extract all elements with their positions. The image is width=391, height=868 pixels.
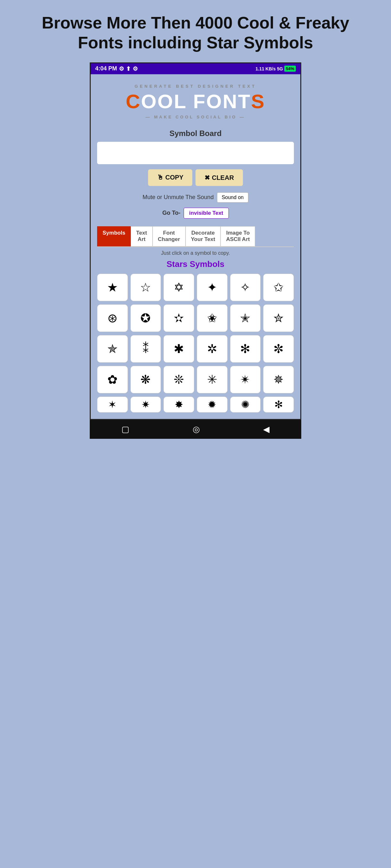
symbol-grid-row4: ✿ ❋ ❊ ✳ ✴ ✵ (97, 366, 294, 393)
network-speed: 1.11 KB/s (255, 66, 276, 71)
tab-text-art[interactable]: TextArt (131, 226, 152, 246)
symbol-cell[interactable]: ⊛ (97, 304, 128, 332)
symbol-grid-row5-partial: ✶ ✷ ✸ ✹ ✺ ✻ (97, 397, 294, 412)
copy-button[interactable]: 🖱 COPY (148, 169, 192, 186)
mute-row: Mute or Unmute The Sound Sound on (97, 192, 294, 203)
invisible-text-button[interactable]: invisible Text (184, 208, 228, 219)
s-letter: S (251, 90, 265, 112)
symbol-board-title: Symbol Board (97, 129, 294, 138)
banner-main-title: COOL FONTS (97, 90, 294, 113)
goto-label: Go To- (162, 210, 180, 216)
symbol-cell[interactable]: ✪ (131, 304, 161, 332)
banner-tagline: — MAKE COOL SOCIAL BIO — (97, 115, 294, 119)
symbol-grid-row3: ✯ ⁑ ✱ ✲ ✻ ✼ (97, 335, 294, 363)
symbol-cell[interactable]: ✳ (197, 366, 227, 393)
symbol-grid-row1: ★ ☆ ✡ ✦ ✧ ✩ (97, 274, 294, 301)
symbol-grid-row2: ⊛ ✪ ✫ ✬ ✭ ✮ (97, 304, 294, 332)
symbol-cell[interactable]: ☆ (131, 274, 161, 301)
symbol-cell[interactable]: ✫ (163, 304, 194, 332)
click-hint: Just click on a symbol to copy. (97, 250, 294, 256)
phone-frame: 4:04 PM ⚙ ⬆ ⚙ 1.11 KB/s 5G 54% GENERATE … (90, 62, 301, 420)
nav-back-button[interactable]: ◀ (263, 425, 270, 434)
symbol-cell[interactable]: ✭ (230, 304, 261, 332)
symbol-cell[interactable]: ✡ (163, 274, 194, 301)
gear-icon: ⚙ (133, 65, 138, 72)
status-time: 4:04 PM (95, 65, 117, 72)
signal-icon: 5G (277, 66, 283, 71)
banner-subtitle: GENERATE BEST DESIGNER TEXT (97, 84, 294, 89)
symbol-cell[interactable]: ✻ (230, 335, 261, 363)
symbol-cell[interactable]: ✦ (197, 274, 227, 301)
page-header: Browse More Then 4000 Cool & Freaky Font… (0, 0, 391, 62)
symbol-cell[interactable]: ❊ (163, 366, 194, 393)
sound-button[interactable]: Sound on (217, 192, 249, 203)
f-letter: F (193, 90, 206, 112)
upload-icon: ⬆ (126, 65, 131, 72)
nav-home-button[interactable]: ◎ (193, 425, 200, 434)
stars-title: Stars Symbols (97, 259, 294, 269)
symbol-cell[interactable]: ✼ (263, 335, 294, 363)
nav-bar: ▢ ◎ ◀ (90, 420, 301, 439)
symbol-cell[interactable]: ✶ (97, 397, 128, 412)
nav-square-button[interactable]: ▢ (121, 425, 130, 434)
symbol-cell[interactable]: ✷ (131, 397, 161, 412)
tab-image-ascii[interactable]: Image ToASCII Art (221, 226, 255, 246)
symbol-cell[interactable]: ✧ (230, 274, 261, 301)
tab-font-changer[interactable]: FontChanger (152, 226, 186, 246)
tabs-row: Symbols TextArt FontChanger DecorateYour… (97, 226, 294, 247)
symbol-cell[interactable]: ✻ (263, 397, 294, 412)
tab-symbols[interactable]: Symbols (97, 226, 131, 246)
symbol-input[interactable] (97, 142, 294, 164)
status-bar: 4:04 PM ⚙ ⬆ ⚙ 1.11 KB/s 5G 54% (91, 63, 300, 74)
goto-row: Go To- invisible Text (97, 208, 294, 219)
clear-button[interactable]: ✖ CLEAR (196, 169, 243, 186)
button-row: 🖱 COPY ✖ CLEAR (97, 169, 294, 186)
symbol-cell[interactable]: ✩ (263, 274, 294, 301)
symbol-cell[interactable]: ✱ (163, 335, 194, 363)
mute-label: Mute or Unmute The Sound (143, 194, 214, 201)
symbol-cell[interactable]: ✴ (230, 366, 261, 393)
settings-icon: ⚙ (119, 65, 124, 72)
symbol-cell[interactable]: ✹ (197, 397, 227, 412)
symbol-cell[interactable]: ❋ (131, 366, 161, 393)
onts-text: ONT (206, 90, 251, 112)
tab-decorate[interactable]: DecorateYour Text (186, 226, 221, 246)
symbol-cell[interactable]: ✺ (230, 397, 261, 412)
symbol-cell[interactable]: ★ (97, 274, 128, 301)
battery-icon: 54% (284, 66, 296, 72)
ool-text: OOL (141, 90, 193, 112)
symbol-cell[interactable]: ✵ (263, 366, 294, 393)
symbol-cell[interactable]: ✮ (263, 304, 294, 332)
app-banner: GENERATE BEST DESIGNER TEXT COOL FONTS —… (97, 81, 294, 126)
symbol-cell[interactable]: ✲ (197, 335, 227, 363)
c-letter: C (125, 90, 141, 112)
symbol-cell[interactable]: ✿ (97, 366, 128, 393)
symbol-cell[interactable]: ⁑ (131, 335, 161, 363)
symbol-cell[interactable]: ✸ (163, 397, 194, 412)
app-content: GENERATE BEST DESIGNER TEXT COOL FONTS —… (91, 74, 300, 419)
symbol-cell[interactable]: ✯ (97, 335, 128, 363)
symbol-cell[interactable]: ✬ (197, 304, 227, 332)
